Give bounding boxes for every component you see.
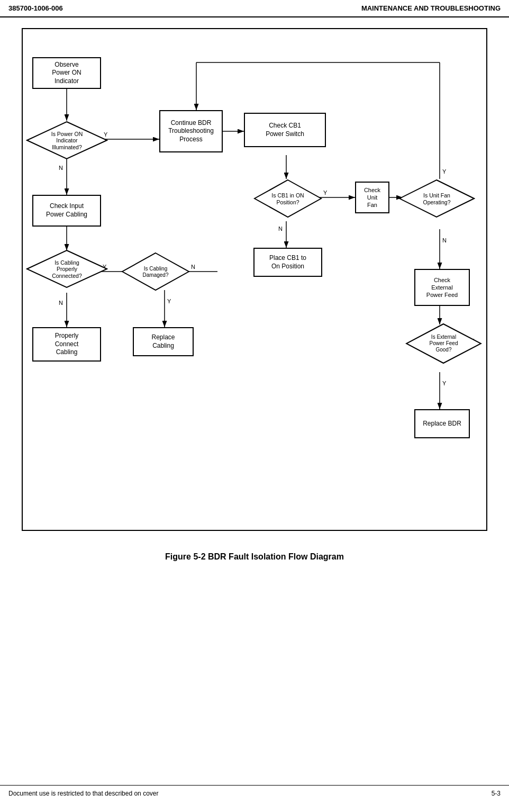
- replace-cabling-box: Replace Cabling: [133, 327, 194, 356]
- page-header: 385700-1006-006 MAINTENANCE AND TROUBLES…: [0, 0, 509, 17]
- footer-left: Document use is restricted to that descr…: [8, 790, 158, 797]
- is-external-good-diamond: Is External Power Feed Good?: [405, 323, 482, 364]
- check-external-box: Check External Power Feed: [414, 269, 470, 306]
- is-unit-fan-diamond: Is Unit Fan Operating?: [398, 179, 475, 219]
- check-unit-fan-box: Check Unit Fan: [355, 182, 389, 213]
- page-footer: Document use is restricted to that descr…: [0, 785, 509, 801]
- figure-caption: Figure 5-2 BDR Fault Isolation Flow Diag…: [0, 547, 509, 567]
- replace-bdr-box: Replace BDR: [414, 409, 470, 438]
- is-cabling-connected-diamond: Is Cabling Properly Connected?: [26, 249, 108, 289]
- is-cb1-on-diamond: Is CB1 in ON Position?: [253, 179, 322, 219]
- continue-bdr-box: Continue BDR Troubleshooting Process: [159, 110, 223, 152]
- diagram-area: N Y N Y N Y Y N: [16, 28, 493, 531]
- properly-connect-box: Properly Connect Cabling: [32, 327, 101, 362]
- check-input-cabling-box: Check Input Power Cabling: [32, 195, 101, 227]
- doc-number: 385700-1006-006: [8, 4, 63, 12]
- is-power-on-diamond: Is Power ON Indicator Illuminated?: [26, 121, 108, 160]
- footer-right: 5-3: [492, 790, 501, 797]
- observe-power-box: Observe Power ON Indicator: [32, 57, 101, 89]
- place-cb1-box: Place CB1 to On Position: [253, 248, 322, 277]
- check-cb1-box: Check CB1 Power Switch: [244, 113, 326, 147]
- is-cabling-damaged-diamond: Is Cabling Damaged?: [121, 252, 190, 292]
- section-title: MAINTENANCE AND TROUBLESHOOTING: [361, 4, 501, 12]
